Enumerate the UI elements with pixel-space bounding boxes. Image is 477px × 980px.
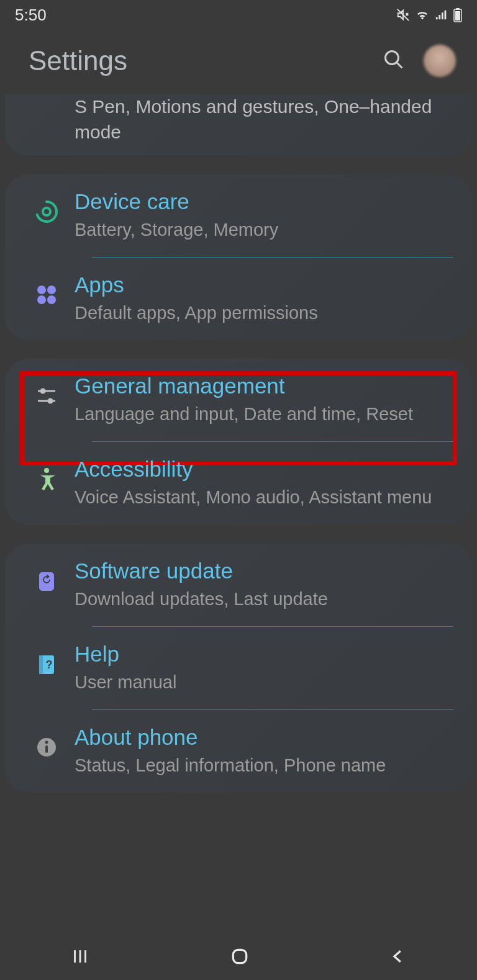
settings-item-subtitle: Language and input, Date and time, Reset xyxy=(75,402,457,426)
settings-item-accessibility[interactable]: Accessibility Voice Assistant, Mono audi… xyxy=(5,442,472,524)
info-icon xyxy=(33,734,60,761)
recent-apps-icon xyxy=(70,946,91,967)
settings-item-advanced-features[interactable]: S Pen, Motions and gestures, One–handed … xyxy=(5,94,472,156)
profile-avatar[interactable] xyxy=(424,45,456,77)
settings-list: S Pen, Motions and gestures, One–handed … xyxy=(0,94,477,793)
settings-item-title: Software update xyxy=(75,559,457,583)
settings-item-subtitle: Battery, Storage, Memory xyxy=(75,218,457,242)
apps-icon xyxy=(33,281,60,308)
settings-item-subtitle: Default apps, App permissions xyxy=(75,301,457,325)
settings-item-subtitle: Voice Assistant, Mono audio, Assistant m… xyxy=(75,485,457,510)
settings-item-title: Accessibility xyxy=(75,457,457,482)
status-time: 5:50 xyxy=(15,6,47,25)
settings-item-help[interactable]: ? Help User manual xyxy=(5,627,472,709)
svg-rect-1 xyxy=(455,11,460,20)
search-button[interactable] xyxy=(383,48,405,73)
settings-item-about-phone[interactable]: About phone Status, Legal information, P… xyxy=(5,710,472,793)
settings-item-subtitle: Status, Legal information, Phone name xyxy=(75,753,457,778)
settings-item-software-update[interactable]: Software update Download updates, Last u… xyxy=(5,544,472,626)
wifi-icon xyxy=(415,8,430,22)
svg-point-14 xyxy=(48,399,52,403)
home-button[interactable] xyxy=(230,946,250,966)
svg-point-15 xyxy=(44,468,49,473)
home-icon xyxy=(230,946,250,966)
svg-line-4 xyxy=(397,63,402,68)
software-update-icon xyxy=(33,567,60,595)
settings-item-title: Help xyxy=(75,642,457,667)
signal-icon xyxy=(435,8,448,22)
settings-item-subtitle: User manual xyxy=(75,670,457,695)
svg-text:?: ? xyxy=(46,659,53,671)
svg-point-12 xyxy=(41,389,45,393)
settings-item-subtitle: Download updates, Last update xyxy=(75,587,457,611)
accessibility-icon xyxy=(33,465,60,493)
svg-point-6 xyxy=(43,208,50,215)
settings-group: General management Language and input, D… xyxy=(5,359,472,524)
svg-point-9 xyxy=(37,295,46,304)
settings-item-title: General management xyxy=(75,374,457,398)
svg-point-3 xyxy=(386,52,399,65)
navigation-bar xyxy=(0,933,477,980)
status-bar: 5:50 xyxy=(0,0,477,30)
settings-item-title: Device care xyxy=(75,189,457,214)
settings-item-title: About phone xyxy=(75,725,457,750)
svg-rect-21 xyxy=(45,745,48,753)
mute-icon xyxy=(396,8,410,22)
svg-point-5 xyxy=(37,202,57,222)
settings-header: Settings xyxy=(0,30,477,94)
svg-point-7 xyxy=(37,285,46,294)
svg-point-8 xyxy=(47,285,56,294)
svg-point-10 xyxy=(47,295,56,304)
svg-rect-26 xyxy=(233,950,246,963)
page-title: Settings xyxy=(29,45,127,76)
settings-item-title: Apps xyxy=(75,272,457,297)
svg-point-22 xyxy=(45,740,48,744)
battery-icon xyxy=(453,7,462,22)
device-care-icon xyxy=(33,198,60,225)
help-icon: ? xyxy=(33,650,60,678)
back-icon xyxy=(389,947,407,966)
settings-item-general-management[interactable]: General management Language and input, D… xyxy=(5,359,472,441)
settings-item-subtitle: S Pen, Motions and gestures, One–handed … xyxy=(75,94,457,145)
recent-apps-button[interactable] xyxy=(70,946,91,967)
sliders-icon xyxy=(33,382,60,410)
settings-item-apps[interactable]: Apps Default apps, App permissions xyxy=(5,258,472,340)
settings-item-device-care[interactable]: Device care Battery, Storage, Memory xyxy=(5,174,472,257)
search-icon xyxy=(383,48,405,71)
settings-group: Device care Battery, Storage, Memory App… xyxy=(5,174,472,340)
svg-rect-18 xyxy=(39,655,43,674)
svg-rect-2 xyxy=(456,8,460,10)
settings-group: Software update Download updates, Last u… xyxy=(5,544,472,793)
status-indicators xyxy=(396,7,462,22)
settings-group-partial: S Pen, Motions and gestures, One–handed … xyxy=(5,94,472,156)
back-button[interactable] xyxy=(389,947,407,966)
